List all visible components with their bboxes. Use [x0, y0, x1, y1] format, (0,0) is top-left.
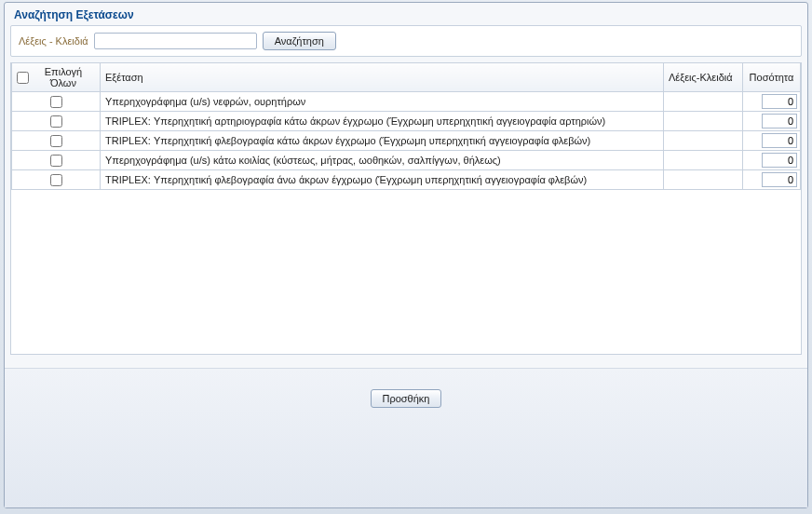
row-checkbox[interactable]: [50, 115, 62, 128]
header-select-all-label: Επιλογή Όλων: [32, 66, 95, 88]
add-button[interactable]: Προσθήκη: [371, 389, 442, 408]
cell-exam: TRIPLEX: Υπερηχητική φλεβογραφία κάτω άκ…: [101, 131, 664, 151]
cell-select: [12, 92, 101, 112]
cell-qty: [743, 131, 801, 151]
row-checkbox[interactable]: [50, 96, 62, 108]
search-input[interactable]: [94, 33, 257, 49]
table-row: Υπερηχογράφημα (u/s) νεφρών, ουρητήρων: [12, 92, 801, 112]
cell-exam: Υπερηχογράφημα (u/s) κάτω κοιλίας (κύστε…: [101, 151, 664, 170]
cell-select: [12, 170, 101, 190]
cell-keywords: [664, 112, 743, 131]
search-label: Λέξεις - Κλειδιά: [19, 35, 88, 47]
cell-keywords: [664, 170, 743, 190]
dialog-title: Αναζήτηση Εξετάσεων: [5, 3, 807, 25]
row-checkbox[interactable]: [50, 155, 62, 167]
row-checkbox[interactable]: [50, 174, 62, 186]
table-row: TRIPLEX: Υπερηχητική φλεβογραφία κάτω άκ…: [12, 131, 801, 151]
cell-keywords: [664, 151, 743, 170]
cell-select: [12, 131, 101, 151]
cell-select: [12, 151, 101, 170]
qty-input[interactable]: [762, 114, 797, 128]
qty-input[interactable]: [762, 153, 797, 168]
cell-exam: TRIPLEX: Υπερηχητική αρτηριογραφία κάτω …: [101, 112, 664, 131]
row-checkbox[interactable]: [50, 135, 62, 147]
select-all-checkbox[interactable]: [17, 72, 29, 84]
search-exams-dialog: Αναζήτηση Εξετάσεων Λέξεις - Κλειδιά Ανα…: [4, 2, 808, 508]
cell-exam: TRIPLEX: Υπερηχητική φλεβογραφία άνω άκρ…: [101, 170, 664, 190]
table-row: TRIPLEX: Υπερηχητική φλεβογραφία άνω άκρ…: [12, 170, 801, 190]
cell-qty: [743, 151, 801, 170]
cell-select: [12, 112, 101, 131]
header-select-all: Επιλογή Όλων: [12, 63, 101, 92]
table-row: TRIPLEX: Υπερηχητική αρτηριογραφία κάτω …: [12, 112, 801, 131]
search-bar: Λέξεις - Κλειδιά Αναζήτηση: [10, 25, 802, 57]
cell-qty: [743, 92, 801, 112]
search-button[interactable]: Αναζήτηση: [263, 32, 336, 50]
header-qty: Ποσότητα: [743, 63, 801, 92]
cell-exam: Υπερηχογράφημα (u/s) νεφρών, ουρητήρων: [101, 92, 664, 112]
dialog-footer: Προσθήκη: [5, 368, 807, 507]
cell-qty: [743, 112, 801, 131]
results-grid: Επιλογή Όλων Εξέταση Λέξεις-Κλειδιά Ποσό…: [10, 62, 802, 355]
header-keywords: Λέξεις-Κλειδιά: [664, 63, 743, 92]
header-exam: Εξέταση: [101, 63, 664, 92]
qty-input[interactable]: [762, 94, 797, 109]
qty-input[interactable]: [762, 172, 797, 187]
cell-keywords: [664, 131, 743, 151]
cell-qty: [743, 170, 801, 190]
cell-keywords: [664, 92, 743, 112]
qty-input[interactable]: [762, 133, 797, 148]
table-row: Υπερηχογράφημα (u/s) κάτω κοιλίας (κύστε…: [12, 151, 801, 170]
